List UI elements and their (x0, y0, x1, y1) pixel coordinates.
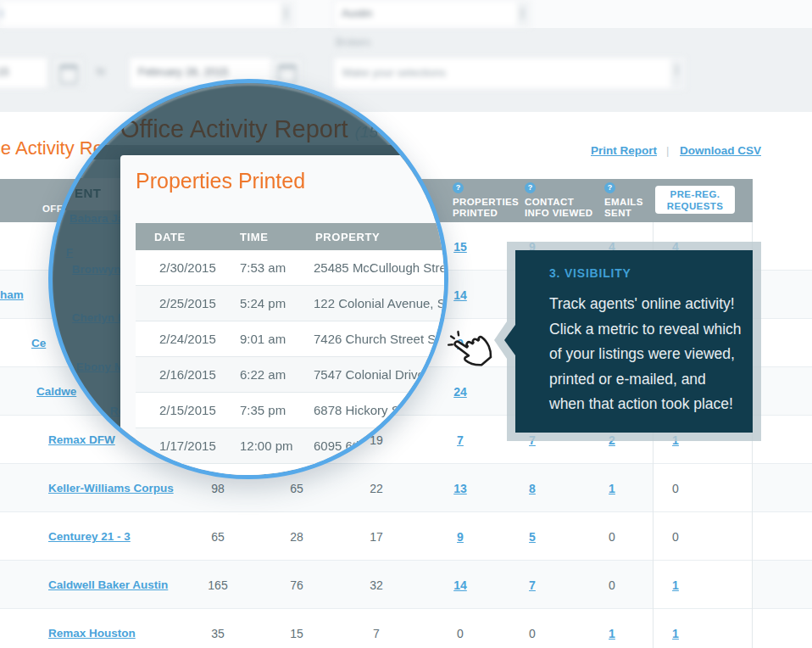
table-row: Keller-Williams Corpus98652213810 (0, 464, 812, 512)
metric-value[interactable]: 8 (498, 482, 566, 495)
metric-value[interactable]: 7 (498, 578, 566, 592)
listing-count: 28 (263, 530, 331, 544)
help-icon[interactable]: ? (453, 182, 464, 193)
popup-property: 122 Colonial Avenue, San An (314, 296, 448, 310)
office-link[interactable]: Caldwe (36, 385, 76, 398)
date-from-input[interactable]: 15 (0, 57, 48, 89)
dimmed-agent-link: Babara Ja (70, 212, 125, 225)
metric-value[interactable]: 1 (642, 627, 709, 640)
filters-panel: Office Activity Report ▲▼ Austin ▲▼ 15 t… (0, 0, 812, 112)
popup-time: 12:00 pm (240, 439, 293, 453)
popup-date: 1/17/2015 (159, 439, 216, 453)
dimmed-agent-link: F (66, 246, 73, 259)
listing-count: 35 (184, 627, 252, 640)
metric-value[interactable]: 1 (642, 578, 709, 592)
magnifier-lens: Office Activity Report (15 active c ENT … (48, 79, 448, 479)
help-icon[interactable]: ? (525, 182, 536, 193)
popup-col-date: DATE (154, 231, 186, 243)
popup-row: 2/16/20156:22 am7547 Colonial Drive, Sa (136, 357, 448, 393)
metric-value[interactable]: 13 (426, 482, 494, 495)
dimmed-agent-link: Cherlyn P (72, 311, 125, 324)
popup-date: 2/15/2015 (159, 403, 216, 417)
report-type-select[interactable]: Office Activity Report ▲▼ (0, 0, 294, 28)
metric-value: 0 (498, 627, 566, 640)
help-icon[interactable]: ? (604, 182, 615, 193)
tooltip-line: printed or e-mailed, and (549, 367, 744, 393)
popup-property: 7426 Church Street South (314, 332, 448, 346)
market-value: Austin (342, 7, 372, 20)
metric-column-header: CONTACTINFO VIEWED (525, 197, 592, 219)
magnified-title-text: Office Activity Report (120, 115, 348, 142)
listing-count: 15 (263, 627, 331, 640)
popup-date: 2/30/2015 (159, 260, 216, 275)
magnified-page-title: Office Activity Report (15 active c (120, 115, 437, 143)
popup-table-header: DATE TIME PROPERTY (136, 223, 448, 250)
magnified-agent-header-partial: ENT (75, 186, 102, 200)
table-row: Centurey 21 - 36528179500 (0, 512, 812, 561)
prereg-line1: PRE-REG. (670, 189, 720, 199)
listing-count: 7 (342, 627, 410, 640)
popup-property: 25485 McCullough Street La (314, 260, 448, 275)
popup-date: 2/16/2015 (159, 367, 216, 382)
tooltip-arrow (504, 325, 515, 355)
metric-column-header: EMAILSSENT (604, 197, 643, 219)
metric-value[interactable]: 24 (426, 385, 494, 399)
metric-value: 0 (578, 578, 646, 592)
metric-value: 0 (642, 482, 709, 495)
office-link[interactable]: Ce (31, 337, 46, 349)
select-spinner-icon[interactable]: ▲▼ (281, 3, 292, 25)
date-to-value: February 28, 2015 (138, 65, 228, 78)
popup-date: 2/25/2015 (159, 296, 216, 310)
date-from-value: 15 (0, 65, 8, 78)
metric-value[interactable]: 5 (498, 530, 566, 544)
popup-time: 6:22 am (240, 367, 286, 382)
prereg-requests-header-badge[interactable]: PRE-REG. REQUESTS (655, 186, 735, 214)
listing-count: 76 (263, 578, 331, 592)
calendar-icon (59, 64, 78, 84)
selections-multiselect[interactable]: Make your selections ▲▼ (333, 57, 686, 90)
popup-date: 2/24/2015 (159, 332, 216, 346)
tooltip-heading: 3. VISIBILITY (549, 266, 631, 280)
popup-col-property: PROPERTY (315, 231, 380, 243)
blurred-form-layer: Office Activity Report ▲▼ Austin ▲▼ 15 t… (0, 0, 812, 112)
download-csv-link[interactable]: Download CSV (680, 144, 761, 157)
link-separator: | (666, 144, 669, 157)
office-link[interactable]: ham (0, 288, 24, 301)
popup-row: 2/30/20157:53 am25485 McCullough Street … (136, 250, 448, 286)
market-select[interactable]: Austin ▲▼ (333, 0, 531, 28)
listing-count: 22 (342, 482, 410, 495)
metric-value[interactable]: 14 (426, 578, 494, 592)
metric-value[interactable]: 7 (426, 433, 494, 447)
listing-count: 65 (184, 530, 252, 544)
selections-placeholder: Make your selections (342, 66, 446, 79)
office-link[interactable]: Keller-Williams Corpus (48, 482, 174, 494)
metric-value[interactable]: 1 (578, 627, 646, 640)
print-report-link[interactable]: Print Report (591, 144, 657, 157)
tooltip-line: Click a metric to reveal which (549, 317, 744, 343)
office-link[interactable]: Remax DFW (48, 433, 115, 446)
popup-time: 7:53 am (240, 260, 286, 275)
metric-column-header: PROPERTIESPRINTED (453, 197, 519, 219)
metric-value: 0 (426, 627, 494, 640)
office-link[interactable]: Remax Houston (48, 627, 136, 640)
metric-value[interactable]: 9 (426, 530, 494, 544)
listing-count: 98 (184, 482, 252, 495)
select-spinner-icon[interactable]: ▲▼ (517, 3, 528, 25)
calendar-button-from[interactable] (53, 58, 84, 87)
report-type-value: Office Activity Report (0, 1, 3, 25)
select-spinner-icon[interactable]: ▲▼ (670, 59, 683, 87)
prereg-line2: REQUESTS (667, 201, 723, 211)
office-activity-report-screen: Office Activity Report ▲▼ Austin ▲▼ 15 t… (0, 0, 812, 648)
popup-time: 7:35 pm (240, 403, 286, 417)
date-range-to-label: to (97, 65, 105, 77)
popup-row: 2/24/20159:01 am7426 Church Street South (136, 321, 448, 357)
metric-value[interactable]: 1 (578, 482, 646, 495)
popup-col-time: TIME (240, 231, 268, 243)
tooltip-line: Track agents' online activity! (549, 292, 744, 317)
office-link[interactable]: Caldwell Baker Austin (48, 578, 168, 591)
tooltip-line: when that action took place! (549, 392, 744, 417)
listing-count: 65 (263, 482, 331, 495)
listing-count: 17 (342, 530, 410, 544)
magnified-title-suffix: (15 active c (355, 123, 437, 141)
office-link[interactable]: Centurey 21 - 3 (48, 530, 131, 543)
